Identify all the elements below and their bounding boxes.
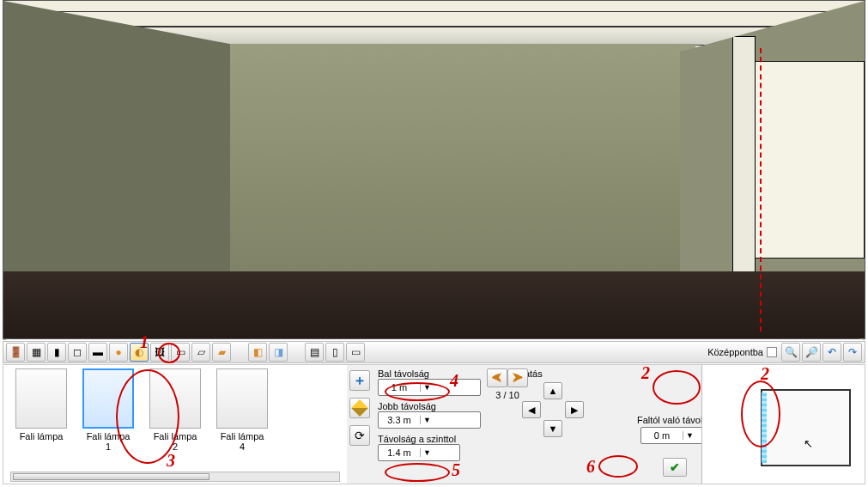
level-distance-label: Távolság a szinttol: [378, 434, 507, 444]
room-icon[interactable]: ▤: [305, 343, 324, 362]
catalog-thumb: [82, 368, 134, 429]
confirm-button[interactable]: ✔: [663, 458, 687, 477]
move-up-button[interactable]: ▲: [543, 382, 562, 399]
move-left-button[interactable]: ◀: [522, 401, 541, 418]
door-icon[interactable]: 🚪: [6, 343, 25, 362]
wall-lamp-icon[interactable]: ◐: [130, 343, 149, 362]
catalog-item-selected[interactable]: Fali lámpa 1: [77, 368, 139, 472]
plus-icon: ＋: [353, 372, 367, 390]
object2-icon[interactable]: ◨: [269, 343, 288, 362]
prev-wall-button[interactable]: ⮜: [487, 368, 507, 387]
plan-selected-wall: [762, 393, 767, 463]
crown-moulding-upper: [3, 11, 865, 27]
mini-plan[interactable]: ↖: [701, 365, 865, 484]
level-distance-value: 1.4 m: [379, 447, 420, 458]
center-label: Középpontba: [707, 347, 763, 357]
placement-guideline: [760, 48, 762, 332]
column-icon[interactable]: ▯: [325, 343, 344, 362]
window-icon[interactable]: ▦: [27, 343, 46, 362]
dropdown-icon[interactable]: ▼: [420, 383, 434, 392]
redo-icon[interactable]: ↷: [843, 343, 862, 362]
right-distance-label: Jobb távolság: [378, 401, 481, 411]
reload-button[interactable]: ⟳: [349, 425, 370, 446]
dropdown-icon[interactable]: ▼: [420, 448, 434, 457]
wall-distance-value: 0 m: [641, 430, 683, 441]
bottom-panel: Fali lámpa Fali lámpa 1 Fali lámpa 2: [3, 364, 865, 484]
picture-icon[interactable]: 🖼: [150, 343, 169, 362]
dropdown-icon[interactable]: ▼: [683, 431, 696, 440]
left-distance-value: 1 m: [379, 382, 420, 393]
check-icon: ✔: [670, 460, 680, 474]
cornice-icon[interactable]: ▱: [191, 343, 210, 362]
catalog-item[interactable]: Fali lámpa 4: [211, 368, 273, 472]
switch-icon[interactable]: ◻: [68, 343, 87, 362]
catalog-num: 4: [240, 441, 245, 452]
wall-nav: ⮜ ⮞ 3 / 10: [483, 368, 531, 400]
zoom-fit-icon[interactable]: 🔎: [802, 343, 821, 362]
catalog-item[interactable]: Fali lámpa: [10, 368, 72, 472]
catalog-scrollbar[interactable]: [10, 472, 340, 482]
pencil-icon: [351, 399, 368, 417]
move-down-button[interactable]: ▼: [543, 420, 562, 437]
wall-nav-count: 3 / 10: [483, 390, 531, 400]
refresh-icon: ⟳: [355, 429, 365, 442]
mid-action-column: ＋ ⟳: [347, 365, 373, 484]
floor: [3, 271, 865, 338]
wall-icon[interactable]: ▮: [47, 343, 66, 362]
add-button[interactable]: ＋: [349, 370, 370, 391]
confirm-group: ✔: [663, 458, 687, 477]
next-wall-button[interactable]: ⮞: [507, 368, 528, 387]
plan-cursor-icon: ↖: [804, 437, 813, 450]
catalog-strip: Fali lámpa Fali lámpa 1 Fali lámpa 2: [3, 365, 347, 484]
plan-room-outline: [761, 389, 851, 466]
right-distance-value: 3.3 m: [379, 415, 420, 425]
catalog-num: 1: [106, 441, 111, 452]
category-toolbar: 🚪 ▦ ▮ ◻ ▬ ● ◐ 🖼 ▭ ▱ ▰ ◧ ◨ ▤ ▯ ▭ Középpon…: [3, 341, 865, 363]
level-distance-input[interactable]: 1.4 m ▼: [378, 444, 460, 461]
edit-button[interactable]: [349, 398, 370, 418]
ceiling-lamp-icon[interactable]: ●: [109, 343, 128, 362]
catalog-name: Fali lámpa: [154, 431, 197, 441]
center-checkbox[interactable]: [767, 347, 777, 357]
move-right-button[interactable]: ▶: [565, 401, 584, 418]
catalog-name: Fali lámpa: [87, 431, 131, 441]
zoom-in-icon[interactable]: 🔍: [781, 343, 800, 362]
dropdown-icon[interactable]: ▼: [420, 416, 434, 424]
catalog-num: 2: [173, 441, 178, 452]
catalog-name: Fali lámpa: [221, 431, 264, 441]
catalog-item[interactable]: Fali lámpa 2: [144, 368, 206, 472]
ceiling-icon[interactable]: ▬: [88, 343, 107, 362]
placement-fields: Bal távolság 1 m ▼ Jobb távolság 3.3 m ▼…: [373, 365, 701, 484]
catalog-name: Fali lámpa: [20, 431, 64, 441]
object1-icon[interactable]: ◧: [248, 343, 267, 362]
beam-icon[interactable]: ▭: [346, 343, 365, 362]
catalog-thumb: [15, 368, 67, 429]
viewport-3d[interactable]: [3, 0, 865, 339]
left-distance-label: Bal távolság: [378, 368, 481, 379]
panel1-icon[interactable]: ▭: [171, 343, 190, 362]
scrollbar-thumb[interactable]: [13, 473, 209, 480]
window: [753, 61, 865, 259]
skirting-icon[interactable]: ▰: [212, 343, 231, 362]
undo-icon[interactable]: ↶: [822, 343, 841, 362]
catalog-thumb: [149, 368, 201, 429]
left-distance-input[interactable]: 1 m ▼: [378, 379, 481, 396]
back-wall: [230, 44, 695, 291]
catalog-thumb: [216, 368, 268, 429]
right-distance-input[interactable]: 3.3 m ▼: [378, 411, 481, 429]
